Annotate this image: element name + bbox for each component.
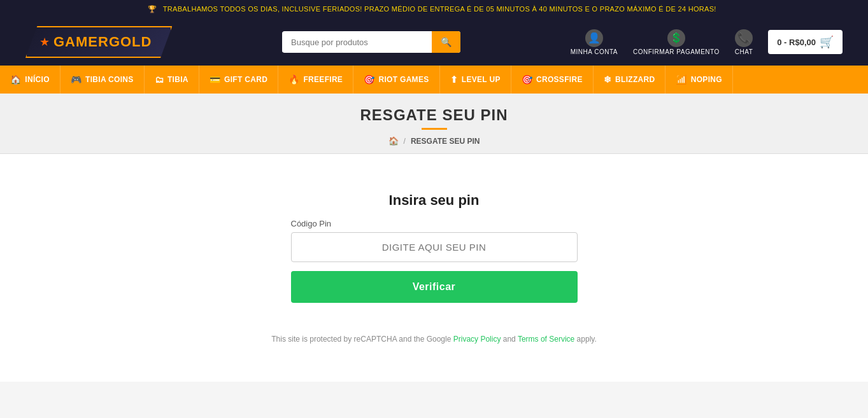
account-icon: 👤 xyxy=(585,29,603,47)
pin-input[interactable] xyxy=(291,232,578,262)
nav-item-level-up-label: LEVEL UP xyxy=(462,75,501,84)
gift-card-icon: 💳 xyxy=(210,74,220,85)
noping-icon: 📶 xyxy=(676,74,687,85)
nav-item-tibia[interactable]: 🗂 TIBIA xyxy=(145,66,199,94)
nav-item-tibia-label: TIBIA xyxy=(167,75,189,84)
nav-item-noping[interactable]: 📶 NOPING xyxy=(665,66,732,94)
chat-icon: 📞 xyxy=(735,29,753,47)
search-container: 🔍 xyxy=(282,31,460,53)
my-account-button[interactable]: 👤 MINHA CONTA xyxy=(571,29,618,55)
main-content: Insira seu pin Código Pin Verificar This… xyxy=(0,154,868,382)
nav-item-noping-label: NOPING xyxy=(691,75,722,84)
recaptcha-text: This site is protected by reCAPTCHA and … xyxy=(271,335,451,344)
level-up-icon: ⬆ xyxy=(450,74,458,85)
cart-button[interactable]: 0 - R$0,00 🛒 xyxy=(768,30,843,54)
cart-icon: 🛒 xyxy=(820,35,834,49)
breadcrumb-home-icon[interactable]: 🏠 xyxy=(388,136,399,146)
top-banner: 🏆 TRABALHAMOS TODOS OS DIAS, INCLUSIVE F… xyxy=(0,0,868,18)
recaptcha-note: This site is protected by reCAPTCHA and … xyxy=(271,335,597,344)
logo-container: ★ GAMERGOLD xyxy=(25,26,172,58)
nav-item-tibia-coins-label: TIBIA COINS xyxy=(85,75,134,84)
breadcrumb-current: RESGATE SEU PIN xyxy=(411,137,480,146)
trophy-icon: 🏆 xyxy=(148,5,157,13)
nav-item-riot-games-label: RIOT GAMES xyxy=(379,75,429,84)
nav-item-gift-card-label: GIFT CARD xyxy=(224,75,267,84)
chat-label: CHAT xyxy=(735,48,753,55)
cart-label: 0 - R$0,00 xyxy=(777,38,816,47)
header-actions: 👤 MINHA CONTA 💲 CONFIRMAR PAGAMENTO 📞 CH… xyxy=(571,29,843,55)
nav-item-freefire[interactable]: 🔥 FREEFIRE xyxy=(278,66,353,94)
tibia-icon: 🗂 xyxy=(155,74,164,85)
privacy-policy-link[interactable]: Privacy Policy xyxy=(453,335,501,344)
nav-item-tibia-coins[interactable]: 🎮 TIBIA COINS xyxy=(60,66,145,94)
recaptcha-and: and xyxy=(503,335,516,344)
logo-star-icon: ★ xyxy=(39,35,50,49)
nav-item-crossfire[interactable]: 🎯 CROSSFIRE xyxy=(511,66,594,94)
blizzard-icon: ❄ xyxy=(604,74,611,85)
form-container: Insira seu pin Código Pin Verificar xyxy=(291,192,578,303)
logo[interactable]: ★ GAMERGOLD xyxy=(25,26,172,58)
breadcrumb: 🏠 / RESGATE SEU PIN xyxy=(0,136,868,146)
home-icon: 🏠 xyxy=(10,74,21,85)
freefire-icon: 🔥 xyxy=(288,74,299,85)
form-title: Insira seu pin xyxy=(389,192,480,209)
logo-text: GAMERGOLD xyxy=(53,34,152,50)
nav-item-inicio[interactable]: 🏠 INÍCIO xyxy=(0,66,60,94)
riot-icon: 🎯 xyxy=(364,74,374,85)
nav-item-crossfire-label: CROSSFIRE xyxy=(536,75,583,84)
chat-button[interactable]: 📞 CHAT xyxy=(735,29,753,55)
payment-icon: 💲 xyxy=(667,29,685,47)
nav-item-blizzard-label: BLIZZARD xyxy=(615,75,655,84)
page-title: RESGATE SEU PIN xyxy=(0,106,868,124)
nav-item-inicio-label: INÍCIO xyxy=(25,75,49,84)
breadcrumb-separator: / xyxy=(404,137,406,146)
tibia-coins-icon: 🎮 xyxy=(71,74,82,85)
verify-button[interactable]: Verificar xyxy=(291,271,578,303)
banner-text: TRABALHAMOS TODOS OS DIAS, INCLUSIVE FER… xyxy=(163,5,716,13)
confirm-payment-label: CONFIRMAR PAGAMENTO xyxy=(633,48,720,55)
search-button[interactable]: 🔍 xyxy=(432,31,460,53)
nav-item-level-up[interactable]: ⬆ LEVEL UP xyxy=(440,66,511,94)
nav-item-blizzard[interactable]: ❄ BLIZZARD xyxy=(594,66,666,94)
nav: 🏠 INÍCIO 🎮 TIBIA COINS 🗂 TIBIA 💳 GIFT CA… xyxy=(0,66,868,94)
recaptcha-apply: apply. xyxy=(577,335,597,344)
terms-of-service-link[interactable]: Terms of Service xyxy=(518,335,574,344)
nav-item-gift-card[interactable]: 💳 GIFT CARD xyxy=(199,66,278,94)
title-underline xyxy=(422,128,447,130)
pin-label: Código Pin xyxy=(291,219,578,228)
nav-item-riot-games[interactable]: 🎯 RIOT GAMES xyxy=(353,66,439,94)
confirm-payment-button[interactable]: 💲 CONFIRMAR PAGAMENTO xyxy=(633,29,720,55)
crossfire-icon: 🎯 xyxy=(522,74,532,85)
page-header: RESGATE SEU PIN 🏠 / RESGATE SEU PIN xyxy=(0,94,868,154)
search-input[interactable] xyxy=(282,32,432,52)
nav-item-freefire-label: FREEFIRE xyxy=(303,75,343,84)
my-account-label: MINHA CONTA xyxy=(571,48,618,55)
header: ★ GAMERGOLD 🔍 👤 MINHA CONTA 💲 CONFIRMAR … xyxy=(0,18,868,66)
